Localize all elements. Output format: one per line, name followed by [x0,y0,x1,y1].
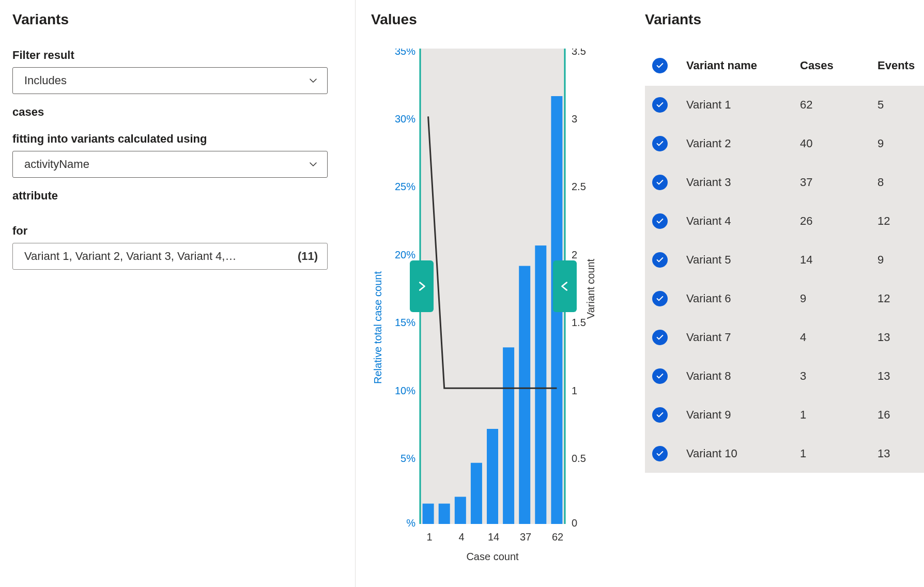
table-row[interactable]: Variant 3378 [645,163,924,202]
filters-panel: Variants Filter result Includes cases fi… [0,0,356,587]
ytick-right: 1.5 [572,317,586,328]
ytick-left: 35% [395,49,415,57]
bar[interactable] [439,504,450,524]
cell-cases: 1 [796,435,873,473]
bar[interactable] [503,347,514,524]
cell-variant-name: Variant 7 [682,318,796,357]
bar[interactable] [487,429,498,524]
xtick: 1 [426,531,432,543]
panel-title-values: Values [371,11,624,28]
ytick-right: 0 [572,517,577,529]
table-row[interactable]: Variant 8313 [645,357,924,396]
cell-events: 13 [873,357,924,396]
calc-using-select[interactable]: activityName [12,151,328,178]
check-icon [656,101,664,109]
ytick-right: 3 [572,113,577,125]
ytick-left: % [406,517,415,529]
cell-events: 5 [873,86,924,125]
ytick-left: 10% [395,385,415,396]
cell-variant-name: Variant 9 [682,396,796,435]
row-checkbox[interactable] [652,136,668,151]
cell-events: 13 [873,435,924,473]
ytick-right: 2.5 [572,181,586,192]
chevron-down-icon [309,160,318,169]
table-row[interactable]: Variant 2409 [645,125,924,163]
values-chart: 35% 30% 25% 20% 15% 10% 5% % 3.5 3 2.5 2… [371,49,598,565]
row-checkbox[interactable] [652,368,668,384]
cell-variant-name: Variant 6 [682,280,796,318]
table-row[interactable]: Variant 9116 [645,396,924,435]
cell-cases: 4 [796,318,873,357]
check-icon [656,450,664,458]
row-checkbox[interactable] [652,175,668,190]
cell-variant-name: Variant 4 [682,202,796,241]
bar[interactable] [455,497,466,524]
table-row[interactable]: Variant 10113 [645,435,924,473]
cell-events: 16 [873,396,924,435]
x-axis-label: Case count [466,551,519,562]
for-multiselect-value: Variant 1, Variant 2, Variant 3, Variant… [24,250,236,263]
filter-result-select[interactable]: Includes [12,67,328,94]
table-row[interactable]: Variant 1625 [645,86,924,125]
bar[interactable] [471,463,482,524]
variants-list-panel: Variants Variant name Cases Events Varia… [629,0,924,587]
cell-variant-name: Variant 1 [682,86,796,125]
ytick-right: 2 [572,249,577,260]
cell-events: 13 [873,318,924,357]
table-row[interactable]: Variant 6912 [645,280,924,318]
xtick: 14 [488,531,499,543]
cell-cases: 62 [796,86,873,125]
row-checkbox[interactable] [652,252,668,268]
xtick: 37 [520,531,531,543]
cell-variant-name: Variant 5 [682,241,796,280]
bar[interactable] [535,245,546,524]
cell-events: 12 [873,202,924,241]
table-row[interactable]: Variant 7413 [645,318,924,357]
cell-cases: 14 [796,241,873,280]
range-slider-handle-right[interactable] [553,260,577,312]
row-checkbox[interactable] [652,446,668,461]
row-checkbox[interactable] [652,291,668,306]
row-checkbox[interactable] [652,407,668,423]
bar[interactable] [519,266,530,524]
check-icon [656,333,664,342]
column-header-name[interactable]: Variant name [682,49,796,86]
for-label: for [12,224,340,238]
select-all-checkbox[interactable] [652,58,668,73]
range-slider-handle-left[interactable] [410,260,434,312]
xtick: 4 [458,531,464,543]
for-multiselect-count: (11) [298,250,318,263]
ytick-left: 5% [401,453,415,464]
ytick-left: 15% [395,317,415,328]
column-header-events[interactable]: Events [873,49,924,86]
calc-using-value: activityName [24,158,89,171]
check-icon [656,140,664,148]
table-row[interactable]: Variant 42612 [645,202,924,241]
row-checkbox[interactable] [652,97,668,113]
variants-table: Variant name Cases Events Variant 1625Va… [645,49,924,473]
bar[interactable] [423,504,434,524]
row-checkbox[interactable] [652,330,668,345]
column-header-cases[interactable]: Cases [796,49,873,86]
filter-result-value: Includes [24,74,67,87]
cell-cases: 3 [796,357,873,396]
check-icon [656,178,664,187]
y-axis-right-label: Variant count [585,258,596,319]
for-multiselect[interactable]: Variant 1, Variant 2, Variant 3, Variant… [12,243,328,270]
ytick-right: 0.5 [572,453,586,464]
cell-variant-name: Variant 10 [682,435,796,473]
check-icon [656,217,664,225]
panel-title-variants-list: Variants [645,11,924,28]
cell-events: 12 [873,280,924,318]
cases-text: cases [12,105,340,119]
table-row[interactable]: Variant 5149 [645,241,924,280]
values-panel: Values 35% 30% 25% 20% 15% 10% 5% % 3.5 … [356,0,629,587]
attribute-text: attribute [12,189,340,203]
check-icon [656,411,664,419]
ytick-left: 20% [395,249,415,260]
ytick-left: 30% [395,113,415,125]
cell-cases: 9 [796,280,873,318]
chevron-left-icon [559,279,571,294]
row-checkbox[interactable] [652,213,668,229]
cell-events: 9 [873,241,924,280]
